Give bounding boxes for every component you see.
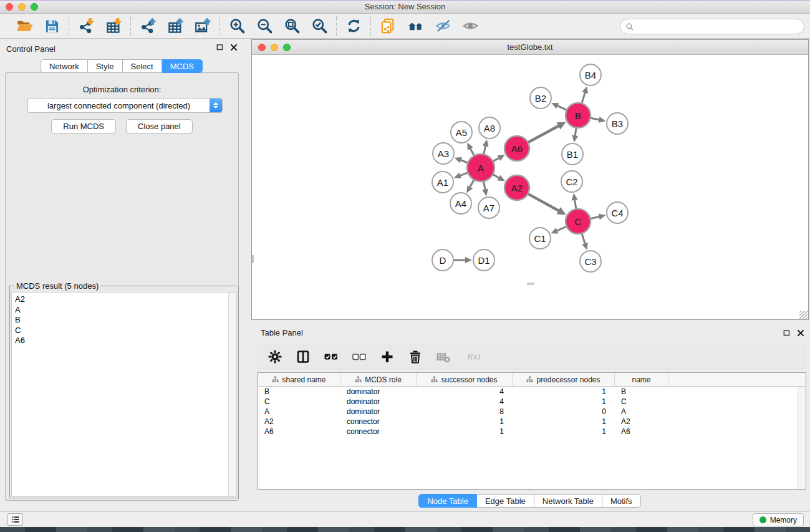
float-panel-icon[interactable] — [216, 43, 224, 52]
graph-edge-A-A2[interactable] — [493, 175, 505, 181]
table-cell[interactable]: A — [258, 407, 340, 417]
graph-node-C2[interactable]: C2 — [561, 171, 582, 192]
table-settings-icon[interactable] — [266, 347, 284, 366]
result-list-scrollbar[interactable] — [228, 293, 236, 496]
graph-edge-B-B4[interactable] — [582, 86, 588, 103]
splitter-handle[interactable] — [252, 255, 254, 263]
graph-edge-A-A4[interactable] — [466, 180, 473, 193]
network-window-titlebar[interactable]: testGlobe.txt — [252, 40, 808, 55]
table-cell[interactable]: dominator — [340, 407, 417, 417]
float-table-panel-icon[interactable] — [783, 329, 791, 337]
tab-mcds[interactable]: MCDS — [162, 59, 203, 73]
graph-node-B[interactable]: B — [566, 103, 591, 128]
open-session-icon[interactable] — [15, 17, 34, 36]
node-table[interactable]: shared nameMCDS rolesuccessor nodesprede… — [258, 372, 806, 490]
column-header-name[interactable]: name — [615, 373, 668, 386]
run-mcds-button[interactable]: Run MCDS — [51, 119, 116, 133]
table-cell[interactable]: 1 — [417, 427, 513, 437]
horizontal-splitter-handle[interactable] — [527, 283, 534, 285]
table-cell[interactable]: 1 — [417, 417, 513, 427]
table-cell[interactable]: B — [615, 387, 668, 397]
column-header-MCDS-role[interactable]: MCDS role — [340, 373, 417, 386]
table-cell[interactable]: C — [258, 397, 340, 407]
close-panel-button[interactable]: Close panel — [126, 119, 193, 133]
graph-node-D[interactable]: D — [432, 249, 453, 271]
zoom-fit-icon[interactable] — [282, 17, 301, 36]
export-image-icon[interactable] — [193, 17, 212, 36]
criterion-dropdown[interactable]: largest connected component (directed) — [27, 98, 223, 113]
search-input[interactable] — [634, 21, 804, 33]
graph-node-C4[interactable]: C4 — [607, 202, 628, 223]
show-all-icon[interactable] — [461, 17, 480, 36]
table-cell[interactable]: 1 — [513, 387, 615, 397]
mcds-result-item[interactable]: A — [15, 305, 236, 316]
mcds-result-item[interactable]: A2 — [15, 294, 236, 305]
network-canvas[interactable]: B4B2BB3A8A5A6B1A3AC2A1A2A4A7C4CC1C3DD1 — [252, 55, 808, 319]
graph-edge-C-C3[interactable] — [582, 234, 588, 250]
graph-node-A2[interactable]: A2 — [504, 175, 529, 200]
close-table-panel-icon[interactable] — [796, 329, 805, 337]
graph-edge-A-A6[interactable] — [493, 155, 504, 161]
task-history-button[interactable] — [7, 513, 23, 526]
table-cell[interactable]: A6 — [258, 427, 340, 437]
table-row[interactable]: Bdominator41B — [258, 387, 806, 397]
graph-node-A1[interactable]: A1 — [432, 172, 453, 193]
export-network-icon[interactable] — [138, 17, 157, 36]
mcds-result-item[interactable]: C — [15, 326, 236, 336]
graph-edge-C-C2[interactable] — [572, 193, 578, 208]
graph-node-A3[interactable]: A3 — [433, 143, 454, 164]
graph-edge-A6-B[interactable] — [528, 122, 566, 142]
graph-node-B3[interactable]: B3 — [607, 113, 628, 134]
graph-edge-C-C4[interactable] — [591, 214, 605, 220]
graph-edge-A-A8[interactable] — [483, 140, 489, 154]
graph-node-C[interactable]: C — [566, 209, 591, 234]
graph-node-A7[interactable]: A7 — [478, 197, 499, 218]
graph-node-D1[interactable]: D1 — [473, 249, 494, 271]
table-cell[interactable]: dominator — [340, 397, 417, 407]
graph-edge-A2-C[interactable] — [528, 194, 566, 215]
tab-select[interactable]: Select — [123, 59, 162, 73]
graph-edge-B-B1[interactable] — [572, 128, 578, 142]
import-table-icon[interactable] — [104, 17, 123, 36]
table-cell[interactable]: 8 — [417, 407, 513, 417]
graph-node-C3[interactable]: C3 — [580, 251, 601, 272]
import-network-icon[interactable] — [77, 17, 95, 36]
graph-edge-A-A1[interactable] — [454, 173, 468, 178]
table-tab-edge-table[interactable]: Edge Table — [477, 494, 534, 508]
table-tab-node-table[interactable]: Node Table — [418, 494, 477, 508]
graph-node-B4[interactable]: B4 — [580, 64, 601, 85]
hide-selected-icon[interactable] — [433, 17, 452, 36]
graph-node-B2[interactable]: B2 — [530, 87, 551, 109]
delete-table-icon[interactable] — [434, 347, 453, 366]
graph-edge-A-A5[interactable] — [467, 143, 474, 155]
first-neighbors-icon[interactable] — [406, 17, 425, 36]
mcds-result-item[interactable]: A6 — [15, 336, 236, 346]
refresh-icon[interactable] — [344, 17, 363, 36]
graph-node-C1[interactable]: C1 — [529, 228, 551, 249]
close-panel-icon[interactable] — [229, 43, 238, 52]
graph-edge-C-C1[interactable] — [551, 226, 566, 233]
mcds-result-list[interactable]: A2ABCA6 — [11, 292, 237, 496]
graph-node-A6[interactable]: A6 — [504, 136, 529, 161]
graph-node-A5[interactable]: A5 — [451, 122, 472, 143]
export-table-icon[interactable] — [166, 17, 185, 36]
graph-edge-A-A7[interactable] — [482, 182, 488, 196]
graph-node-A8[interactable]: A8 — [479, 117, 500, 138]
table-row[interactable]: A2connector11A2 — [258, 417, 806, 427]
graph-edge-B-B3[interactable] — [591, 117, 606, 123]
table-cell[interactable]: connector — [340, 427, 417, 437]
table-cell[interactable]: A6 — [615, 427, 668, 437]
add-column-icon[interactable] — [378, 347, 397, 366]
graph-node-A[interactable]: A — [467, 154, 494, 181]
table-cell[interactable]: 1 — [513, 397, 615, 407]
column-header-successor-nodes[interactable]: successor nodes — [417, 373, 513, 386]
table-row[interactable]: Cdominator41C — [258, 397, 806, 407]
tab-network[interactable]: Network — [41, 59, 88, 73]
resize-grip-icon[interactable] — [799, 311, 808, 319]
column-header-predecessor-nodes[interactable]: predecessor nodes — [513, 373, 615, 386]
table-tab-motifs[interactable]: Motifs — [602, 494, 641, 508]
zoom-selected-icon[interactable] — [310, 17, 329, 36]
table-cell[interactable]: 4 — [417, 387, 513, 397]
graph-edge-D-D1[interactable] — [454, 257, 472, 263]
table-cell[interactable]: A — [615, 407, 668, 417]
